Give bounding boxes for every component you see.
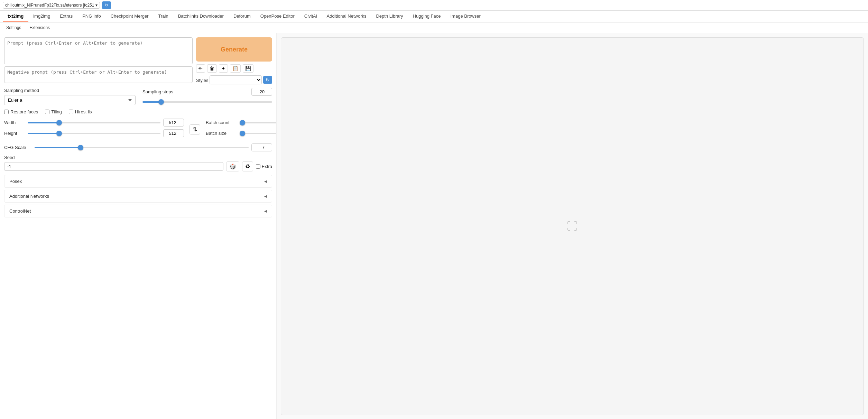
accordions-container: Posex ◀ Additional Networks ◀ ControlNet… bbox=[4, 175, 272, 217]
accordion-arrow-controlnet: ◀ bbox=[264, 209, 267, 213]
tab-image-browser[interactable]: Image Browser bbox=[445, 11, 485, 22]
controls-section: Sampling method Euler aEulerLMSHeunDPM2D… bbox=[4, 88, 272, 217]
height-slider[interactable] bbox=[28, 133, 160, 134]
cfg-section: CFG Scale bbox=[4, 143, 272, 151]
restore-faces-label: Restore faces bbox=[10, 109, 38, 114]
sub-tab-extensions[interactable]: Extensions bbox=[26, 24, 53, 31]
restore-faces-checkbox[interactable]: Restore faces bbox=[4, 109, 38, 114]
refresh-model-button[interactable]: ↻ bbox=[102, 1, 111, 9]
width-label: Width bbox=[4, 120, 25, 125]
tab-png-info[interactable]: PNG Info bbox=[77, 11, 105, 22]
tab-train[interactable]: Train bbox=[154, 11, 173, 22]
generate-button[interactable]: Generate bbox=[196, 37, 272, 62]
chevron-down-icon: ▾ bbox=[95, 3, 98, 8]
accordion-label-controlnet: ControlNet bbox=[9, 208, 31, 214]
main-tab-bar: txt2imgimg2imgExtrasPNG InfoCheckpoint M… bbox=[0, 11, 868, 22]
swap-dimensions-button[interactable]: ⇅ bbox=[190, 124, 200, 134]
restore-faces-input[interactable] bbox=[4, 110, 9, 114]
tab-civitai[interactable]: CivitAi bbox=[299, 11, 322, 22]
trash-button[interactable]: 🗑 bbox=[207, 64, 217, 73]
recycle-button[interactable]: ♻ bbox=[242, 161, 253, 171]
tab-checkpoint-merger[interactable]: Checkpoint Merger bbox=[106, 11, 154, 22]
image-area: ⛶ bbox=[281, 37, 864, 415]
save-button[interactable]: 💾 bbox=[243, 64, 253, 73]
accordion-label-additional-networks: Additional Networks bbox=[9, 194, 49, 199]
hires-fix-checkbox[interactable]: Hires. fix bbox=[69, 109, 93, 114]
accordion-header-controlnet[interactable]: ControlNet ◀ bbox=[4, 205, 272, 217]
seed-section: Seed 🎲 ♻ Extra bbox=[4, 155, 272, 171]
height-label: Height bbox=[4, 131, 25, 136]
sub-tab-settings[interactable]: Settings bbox=[3, 24, 25, 31]
tab-openpose[interactable]: OpenPose Editor bbox=[256, 11, 299, 22]
extra-input[interactable] bbox=[256, 164, 260, 169]
accordion-label-posex: Posex bbox=[9, 179, 22, 184]
styles-row: Styles ↻ bbox=[196, 75, 272, 84]
star-button[interactable]: ✦ bbox=[219, 64, 228, 73]
tab-extras[interactable]: Extras bbox=[55, 11, 77, 22]
tab-txt2img[interactable]: txt2img bbox=[3, 11, 28, 22]
tab-batchlinks[interactable]: Batchlinks Downloader bbox=[173, 11, 229, 22]
seed-input[interactable] bbox=[4, 162, 223, 171]
image-placeholder-icon: ⛶ bbox=[567, 220, 578, 233]
tiling-input[interactable] bbox=[45, 110, 49, 114]
height-input[interactable] bbox=[163, 129, 184, 137]
cfg-slider[interactable] bbox=[35, 147, 249, 148]
accordion-header-additional-networks[interactable]: Additional Networks ◀ bbox=[4, 190, 272, 202]
batch-size-row: Batch size bbox=[206, 129, 277, 137]
accordion-arrow-additional-networks: ◀ bbox=[264, 194, 267, 198]
prompt-section: Generate ✏ 🗑 ✦ 📋 💾 Styles ↻ bbox=[4, 37, 272, 84]
dim-left: Width Height bbox=[4, 119, 184, 140]
sampling-method-select[interactable]: Euler aEulerLMSHeunDPM2DPM2 aDPM++ 2S aD… bbox=[4, 95, 136, 105]
batch-size-slider[interactable] bbox=[240, 133, 277, 134]
sampling-steps-slider[interactable] bbox=[142, 101, 272, 103]
dice-button[interactable]: 🎲 bbox=[226, 161, 239, 171]
styles-label: Styles bbox=[196, 78, 208, 83]
right-panel: ⛶ bbox=[277, 33, 868, 419]
sampling-steps-label: Sampling steps bbox=[142, 89, 173, 94]
batch-count-row: Batch count bbox=[206, 119, 277, 127]
width-input[interactable] bbox=[163, 119, 184, 127]
accordion-header-posex[interactable]: Posex ◀ bbox=[4, 175, 272, 187]
seed-row: 🎲 ♻ Extra bbox=[4, 161, 272, 171]
dim-right: Batch count Batch size bbox=[206, 119, 277, 140]
styles-refresh-button[interactable]: ↻ bbox=[263, 76, 272, 84]
clipboard-button[interactable]: 📋 bbox=[230, 64, 241, 73]
tab-additional-networks[interactable]: Additional Networks bbox=[322, 11, 371, 22]
tab-deforum[interactable]: Deforum bbox=[229, 11, 256, 22]
sampling-method-section: Sampling method Euler aEulerLMSHeunDPM2D… bbox=[4, 88, 136, 105]
tiling-checkbox[interactable]: Tiling bbox=[45, 109, 62, 114]
sampling-steps-section: Sampling steps bbox=[142, 88, 272, 104]
hires-fix-input[interactable] bbox=[69, 110, 73, 114]
accordion-arrow-posex: ◀ bbox=[264, 179, 267, 183]
cfg-input[interactable] bbox=[251, 143, 272, 151]
tab-hugging-face[interactable]: Hugging Face bbox=[408, 11, 446, 22]
tiling-label: Tiling bbox=[51, 109, 62, 114]
generate-section: Generate ✏ 🗑 ✦ 📋 💾 Styles ↻ bbox=[196, 37, 272, 84]
width-row: Width bbox=[4, 119, 184, 127]
sub-tab-bar: SettingsExtensions bbox=[0, 22, 868, 33]
checkboxes-row: Restore faces Tiling Hires. fix bbox=[4, 109, 272, 114]
tab-img2img[interactable]: img2img bbox=[28, 11, 55, 22]
height-row: Height bbox=[4, 129, 184, 137]
styles-dropdown[interactable] bbox=[210, 75, 262, 84]
negative-prompt[interactable] bbox=[4, 66, 193, 83]
style-controls: ✏ 🗑 ✦ 📋 💾 bbox=[196, 64, 272, 73]
dimensions-section: Width Height ⇅ bbox=[4, 119, 272, 140]
accordion-posex: Posex ◀ bbox=[4, 175, 272, 188]
sampling-method-label: Sampling method bbox=[4, 88, 136, 93]
pencil-button[interactable]: ✏ bbox=[196, 64, 205, 73]
width-slider[interactable] bbox=[28, 122, 160, 123]
sampling-row: Sampling method Euler aEulerLMSHeunDPM2D… bbox=[4, 88, 272, 105]
extra-checkbox[interactable]: Extra bbox=[256, 164, 272, 169]
accordion-controlnet: ControlNet ◀ bbox=[4, 205, 272, 217]
tab-depth-library[interactable]: Depth Library bbox=[371, 11, 408, 22]
prompt-container bbox=[4, 37, 193, 84]
model-selector[interactable]: chilloutmix_NiPrunedFp32Fix.safetensors … bbox=[3, 2, 100, 9]
sampling-steps-input[interactable] bbox=[251, 88, 272, 96]
left-panel: Generate ✏ 🗑 ✦ 📋 💾 Styles ↻ bbox=[0, 33, 277, 419]
batch-count-slider[interactable] bbox=[240, 122, 277, 123]
extra-label: Extra bbox=[262, 164, 272, 169]
batch-count-label: Batch count bbox=[206, 120, 237, 125]
top-bar: chilloutmix_NiPrunedFp32Fix.safetensors … bbox=[0, 0, 868, 11]
positive-prompt[interactable] bbox=[4, 37, 193, 64]
